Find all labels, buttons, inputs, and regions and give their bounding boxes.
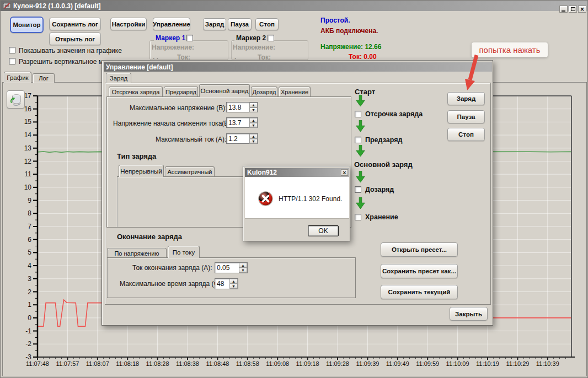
- save-current-label: Сохранить текущий: [388, 289, 451, 295]
- max-voltage-field[interactable]: 13.8 ▲▼: [226, 102, 258, 112]
- close-button[interactable]: ×: [578, 6, 586, 13]
- taper-voltage-field[interactable]: 13.7 ▲▼: [226, 117, 258, 128]
- error-dialog-title: Kulon912: [247, 169, 277, 176]
- max-voltage-label: Максимальное напряжение (В):: [130, 104, 223, 112]
- open-log-button[interactable]: Открыть лог: [49, 33, 101, 45]
- charge-end-tab-current[interactable]: По току: [168, 246, 200, 258]
- max-time-spin-up[interactable]: ▲: [229, 279, 238, 284]
- taper-voltage-spin-up[interactable]: ▲: [249, 118, 258, 123]
- maximize-icon: [571, 7, 575, 11]
- max-current-spin-down[interactable]: ▼: [249, 139, 258, 144]
- flow-topping-checkbox[interactable]: [355, 186, 361, 193]
- max-current-label: Максимальный ток (А):: [156, 136, 223, 143]
- error-close-button[interactable]: ×: [341, 169, 348, 176]
- charge-end-tab-voltage-label: По напряжению: [114, 250, 159, 257]
- charge-type-header: Тип заряда: [117, 152, 156, 160]
- dialog-tab-charge[interactable]: Заряд: [106, 73, 131, 83]
- max-current-spin-up[interactable]: ▲: [249, 134, 258, 139]
- max-time-spin-down[interactable]: ▼: [229, 284, 238, 289]
- dialog-close-button[interactable]: Закрыть: [450, 307, 488, 321]
- stage-tab-delay[interactable]: Отсрочка заряда: [109, 87, 163, 96]
- control-dialog-titlebar[interactable]: Управление [default]: [104, 62, 492, 72]
- minimize-button[interactable]: [559, 6, 568, 13]
- save-log-button[interactable]: Сохранить лог: [49, 18, 101, 30]
- stop-label: Стоп: [259, 21, 275, 28]
- save-log-label: Сохранить лог: [52, 21, 98, 28]
- flow-arrow-3-icon: [356, 145, 365, 157]
- status-voltage: Напряжение: 12.66: [320, 43, 381, 51]
- clear-chart-icon: [9, 93, 23, 107]
- annotation-arrow-icon: [461, 53, 489, 96]
- end-current-field[interactable]: 0.05 ▲▼: [215, 262, 248, 273]
- stage-tab-precharge[interactable]: Предзаряд: [164, 87, 198, 96]
- maximize-button[interactable]: [569, 6, 577, 13]
- flow-arrow-1-icon: [356, 95, 365, 107]
- marker1-checkbox[interactable]: [186, 35, 193, 41]
- monitor-button[interactable]: Монитор: [10, 17, 44, 33]
- tab-log[interactable]: Лог: [33, 73, 55, 83]
- monitor-label: Монитор: [13, 21, 40, 28]
- marker2-dots: .: [234, 53, 236, 61]
- flow-arrow-4-icon: [356, 171, 365, 183]
- stage-tab-delay-label: Отсрочка заряда: [112, 89, 160, 95]
- max-voltage-spin-up[interactable]: ▲: [249, 102, 258, 107]
- settings-button[interactable]: Настройки: [110, 18, 147, 30]
- dialog-pause-button[interactable]: Пауза: [447, 110, 485, 123]
- minimize-icon: [562, 10, 565, 12]
- end-current-spin-up[interactable]: ▲: [239, 263, 247, 268]
- end-current-spin-down[interactable]: ▼: [239, 268, 247, 273]
- max-voltage-spin-down[interactable]: ▼: [249, 107, 258, 112]
- stop-button[interactable]: Стоп: [255, 18, 279, 30]
- status-state: Простой.: [320, 17, 350, 24]
- pause-label: Пауза: [231, 21, 249, 28]
- screen: { "app": { "title": "Кулон-912 (1.0.0.3)…: [0, 0, 588, 378]
- charge-button[interactable]: Заряд: [203, 18, 226, 30]
- open-preset-label: Открыть пресет...: [392, 246, 447, 253]
- stage-tab-main-charge[interactable]: Основной заряд: [199, 84, 250, 97]
- error-ok-button[interactable]: OK: [308, 225, 339, 236]
- pause-button[interactable]: Пауза: [228, 18, 252, 30]
- taper-voltage-spin-down[interactable]: ▼: [249, 123, 258, 128]
- allow-vscale-checkbox[interactable]: [9, 58, 15, 64]
- flow-main-charge-label: Основной заряд: [354, 160, 413, 169]
- error-dialog: Kulon912 × HTTP/1.1 302 Found. OK: [243, 166, 350, 241]
- dialog-stop-label: Стоп: [458, 131, 474, 138]
- control-button[interactable]: Управление: [153, 18, 190, 30]
- save-current-button[interactable]: Сохранить текущий: [381, 285, 458, 299]
- tab-graph[interactable]: График: [4, 72, 31, 83]
- open-preset-button[interactable]: Открыть пресет...: [381, 242, 458, 257]
- max-voltage-value: 13.8: [227, 102, 249, 112]
- clear-chart-button[interactable]: [7, 90, 25, 109]
- marker2-checkbox[interactable]: [268, 35, 274, 41]
- max-time-field[interactable]: 48 ▲▼: [215, 278, 238, 289]
- tab-log-label: Лог: [39, 75, 48, 82]
- show-values-checkbox[interactable]: [9, 47, 15, 53]
- flow-precharge-checkbox[interactable]: [355, 137, 361, 143]
- allow-vscale-label: Разрешить вертикальное мас: [19, 58, 110, 66]
- settings-label: Настройки: [112, 21, 146, 28]
- stage-tab-storage[interactable]: Хранение: [279, 87, 311, 96]
- end-current-value: 0.05: [215, 263, 239, 273]
- stage-tab-topping[interactable]: Дозаряд: [251, 87, 277, 96]
- charge-label: Заряд: [205, 21, 224, 28]
- close-icon: ×: [580, 6, 584, 13]
- status-battery: АКБ подключена.: [320, 27, 378, 35]
- charge-end-tab-voltage[interactable]: По напряжению: [107, 248, 167, 258]
- max-time-label: Максимальное время заряда (ч):: [120, 280, 211, 288]
- save-preset-as-label: Сохранить пресет как...: [382, 268, 456, 274]
- charge-type-tab-continuous[interactable]: Непрерывный: [119, 165, 164, 177]
- flow-topping-label: Дозаряд: [365, 186, 394, 193]
- max-current-field[interactable]: 1.2 ▲▼: [226, 133, 258, 144]
- max-current-value: 1.2: [227, 134, 249, 143]
- save-preset-as-button[interactable]: Сохранить пресет как...: [381, 264, 458, 278]
- dialog-pause-label: Пауза: [457, 114, 475, 120]
- marker1-label: Маркер 1: [154, 34, 187, 42]
- flow-delay-checkbox[interactable]: [355, 111, 361, 117]
- show-values-label: Показывать значения на графике: [19, 47, 122, 55]
- error-dialog-titlebar[interactable]: Kulon912: [245, 168, 349, 177]
- charge-type-tab-asymmetric[interactable]: Ассиметричный: [165, 166, 215, 177]
- marker1-voltage-label: Напряжение:: [152, 44, 194, 51]
- dialog-stop-button[interactable]: Стоп: [447, 128, 485, 141]
- control-dialog-title: Управление [default]: [106, 63, 173, 71]
- flow-storage-checkbox[interactable]: [355, 214, 361, 220]
